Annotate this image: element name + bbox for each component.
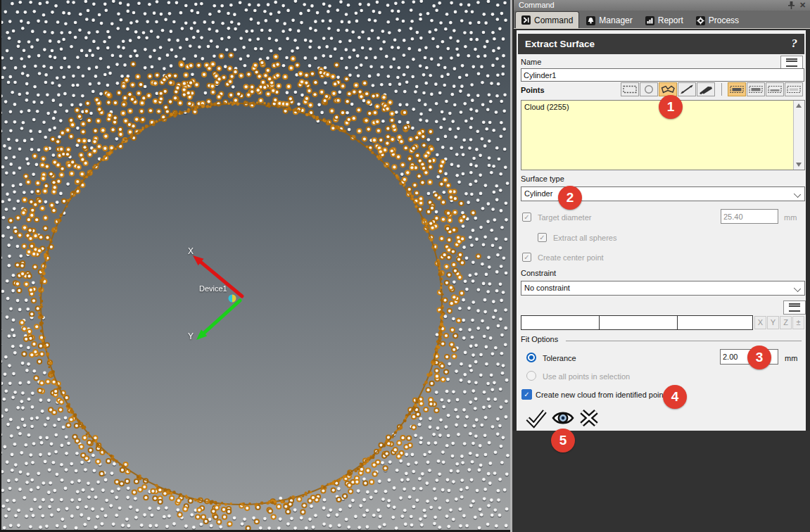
select-mode-2-icon xyxy=(747,83,764,96)
callout-1: 1 xyxy=(659,95,683,119)
callout-5: 5 xyxy=(551,429,575,452)
name-menu-button[interactable] xyxy=(780,56,803,70)
process-tab-icon xyxy=(696,16,705,25)
dialog-title: Extract Surface ? xyxy=(518,34,804,54)
coordinate-y-field[interactable] xyxy=(600,316,676,329)
chevron-down-icon xyxy=(794,191,801,198)
surface-type-label: Surface type xyxy=(521,175,564,183)
extract-all-spheres-label: Extract all spheres xyxy=(553,234,616,242)
select-mode-3-icon xyxy=(766,83,783,96)
list-scrollbar[interactable] xyxy=(793,101,804,170)
use-all-points-radio[interactable] xyxy=(526,371,536,381)
target-diameter-label: Target diameter xyxy=(538,213,591,222)
axis-y-button[interactable]: Y xyxy=(767,316,779,329)
brush-select-button[interactable] xyxy=(697,82,715,96)
select-mode-2-button[interactable] xyxy=(747,82,765,96)
callout-2: 2 xyxy=(558,186,582,210)
fit-options-label: Fit Options xyxy=(521,335,558,343)
extract-surface-form: Extract Surface ? Name Points xyxy=(516,30,806,432)
create-center-point-checkbox[interactable]: ✓ xyxy=(522,253,531,262)
callout-3: 3 xyxy=(747,346,771,369)
panel-title: Command xyxy=(519,1,555,9)
tab-command[interactable]: Command xyxy=(515,11,579,28)
extract-all-spheres-checkbox[interactable]: ✓ xyxy=(538,233,547,242)
list-item[interactable]: Cloud (2255) xyxy=(524,103,569,111)
application-window: X Device1 Y Command ✕ Command Manager Re… xyxy=(0,0,810,532)
coordinate-x-field[interactable] xyxy=(521,316,598,329)
brush-select-icon xyxy=(697,83,714,96)
fit-options-divider xyxy=(566,341,802,341)
tolerance-label: Tolerance xyxy=(543,354,576,362)
name-label: Name xyxy=(521,58,541,66)
help-icon[interactable]: ? xyxy=(792,37,798,51)
select-mode-4-icon xyxy=(785,83,802,96)
axis-x-button[interactable]: X xyxy=(754,316,766,329)
preview-button[interactable] xyxy=(551,407,575,429)
coordinate-fields xyxy=(521,315,753,330)
tolerance-unit: mm xyxy=(785,354,797,362)
target-diameter-unit: mm xyxy=(784,213,797,222)
create-new-cloud-label: Create new cloud from identified points xyxy=(536,391,669,399)
scroll-up-icon[interactable] xyxy=(796,103,802,108)
coordinate-z-field[interactable] xyxy=(678,316,752,329)
name-input[interactable] xyxy=(521,68,804,82)
create-new-cloud-checkbox[interactable]: ✓ xyxy=(521,389,532,400)
select-mode-1-button[interactable] xyxy=(728,82,746,96)
create-center-point-label: Create center point xyxy=(538,253,604,262)
target-diameter-input[interactable] xyxy=(721,209,778,224)
scroll-down-icon[interactable] xyxy=(796,163,802,167)
rectangle-select-icon xyxy=(621,83,638,96)
select-mode-4-button[interactable] xyxy=(785,82,803,96)
constraint-label: Constraint xyxy=(521,269,556,277)
tab-manager[interactable]: Manager xyxy=(581,13,638,28)
hamburger-icon xyxy=(789,303,800,312)
tab-process[interactable]: Process xyxy=(690,13,745,28)
tab-report[interactable]: Report xyxy=(640,13,689,28)
pin-icon[interactable] xyxy=(787,1,796,10)
toolbar-separator xyxy=(721,83,722,96)
panel-tabbar: Command Manager Report Process xyxy=(514,11,810,29)
report-tab-icon xyxy=(645,16,654,25)
hamburger-icon xyxy=(786,58,797,67)
constraint-menu-button[interactable] xyxy=(783,300,806,315)
close-icon[interactable]: ✕ xyxy=(798,1,807,10)
target-diameter-checkbox[interactable]: ✓ xyxy=(522,213,531,222)
x-icon xyxy=(577,407,601,429)
points-label: Points xyxy=(521,86,545,94)
confirm-button[interactable] xyxy=(524,407,548,429)
axis-z-button[interactable]: Z xyxy=(780,316,792,329)
panel-titlebar[interactable]: Command ✕ xyxy=(514,0,810,11)
constraint-select[interactable]: No constraint xyxy=(521,281,805,296)
select-mode-1-icon xyxy=(728,83,745,96)
line-select-icon xyxy=(678,83,695,96)
use-all-points-label: Use all points in selection xyxy=(543,372,630,381)
cancel-button[interactable] xyxy=(577,407,601,429)
manager-tab-icon xyxy=(586,16,595,25)
circle-select-button[interactable] xyxy=(640,82,658,96)
line-select-button[interactable] xyxy=(678,82,696,96)
command-tab-icon xyxy=(521,15,531,25)
axis-pm-button[interactable]: ± xyxy=(792,316,804,329)
callout-4: 4 xyxy=(663,385,687,409)
eye-icon xyxy=(551,407,575,429)
rectangle-select-button[interactable] xyxy=(621,82,639,96)
freeform-select-button[interactable] xyxy=(659,82,677,96)
chevron-down-icon xyxy=(794,285,801,292)
viewport-3d[interactable] xyxy=(0,0,512,532)
freeform-select-icon xyxy=(659,83,676,96)
checkmark-icon xyxy=(524,407,548,429)
circle-select-icon xyxy=(640,83,657,96)
select-mode-3-button[interactable] xyxy=(766,82,784,96)
tolerance-radio[interactable] xyxy=(526,353,536,362)
